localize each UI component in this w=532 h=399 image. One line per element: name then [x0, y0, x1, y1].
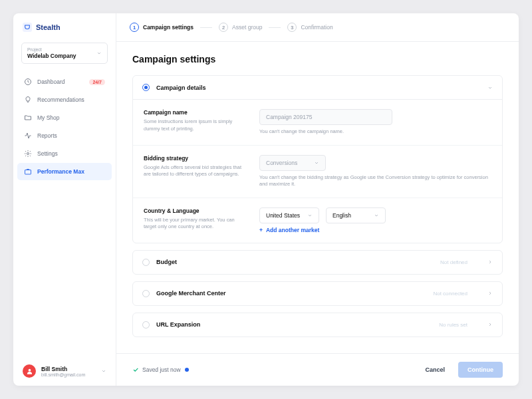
folder-icon	[24, 114, 32, 122]
continue-button[interactable]: Continue	[458, 362, 503, 378]
step-number: 2	[219, 23, 228, 32]
step-1[interactable]: 1 Campaign settings	[130, 23, 194, 32]
nav-label: Dashboard	[37, 78, 65, 85]
user-menu[interactable]: Bill Smith bill.smith@gmail.com	[13, 356, 116, 386]
user-email: bill.smith@gmail.com	[41, 372, 85, 377]
panel-title: Budget	[156, 259, 177, 265]
nav-item-settings[interactable]: Settings	[17, 145, 112, 162]
step-number: 1	[130, 23, 139, 32]
radio-empty-icon	[142, 321, 150, 329]
panel-url-expansion: URL Expansion No rules set	[132, 313, 503, 337]
chevron-down-icon	[101, 368, 106, 374]
field-desc: Google Ads offers several bid strategies…	[144, 164, 243, 178]
saved-status: Saved just now	[132, 366, 190, 373]
svg-point-3	[28, 368, 31, 371]
field-hint: You can't change the bidding strategy as…	[259, 174, 491, 188]
nav-list: Dashboard 24/7 Recommendations My Shop R…	[13, 70, 116, 183]
step-label: Asset group	[232, 24, 262, 31]
brand-logo: Stealth	[13, 13, 116, 39]
add-market-button[interactable]: + Add another market	[259, 227, 491, 233]
field-desc: This will be your primary market. You ca…	[144, 217, 243, 231]
chevron-right-icon	[487, 291, 493, 296]
saved-text: Saved just now	[142, 366, 181, 373]
step-3[interactable]: 3 Confirmation	[287, 23, 332, 32]
select-value: English	[332, 212, 351, 219]
nav-item-performance-max[interactable]: Performance Max	[17, 163, 112, 180]
chevron-right-icon	[487, 259, 493, 265]
nav-label: Performance Max	[37, 168, 84, 175]
nav-label: Recommendations	[37, 96, 84, 103]
nav-item-myshop[interactable]: My Shop	[17, 109, 112, 126]
nav-label: Reports	[37, 132, 57, 139]
panel-budget: Budget Not defined	[132, 250, 503, 275]
chevron-down-icon	[96, 51, 102, 56]
nav-badge: 24/7	[89, 79, 105, 85]
field-hint: You can't change the campaign name.	[259, 128, 491, 136]
nav-item-reports[interactable]: Reports	[17, 127, 112, 144]
bidding-select: Conversions	[259, 155, 326, 171]
stepper: 1 Campaign settings 2 Asset group 3 Conf…	[116, 13, 519, 42]
panel-body: Campaign name Some instructions lorem ip…	[133, 99, 502, 243]
cancel-button[interactable]: Cancel	[418, 362, 452, 377]
panel-google-merchant-center: Google Merchant Center Not connected	[132, 281, 503, 306]
select-value: Conversions	[266, 160, 297, 166]
clock-icon	[24, 78, 32, 86]
panel-header[interactable]: Google Merchant Center Not connected	[133, 282, 502, 305]
project-label: Project	[27, 47, 102, 52]
page-title: Campaign settings	[132, 54, 503, 65]
user-info: Bill Smith bill.smith@gmail.com	[41, 366, 85, 377]
panel-status: Not connected	[433, 291, 467, 297]
select-value: United States	[266, 212, 300, 219]
project-value: Widelab Company	[27, 53, 102, 59]
campaign-name-input: Campaign 209175	[259, 109, 392, 125]
panel-header[interactable]: Campaign details	[133, 76, 502, 99]
chevron-right-icon	[487, 322, 493, 327]
panel-status: Not defined	[440, 259, 467, 265]
avatar	[23, 364, 36, 378]
briefcase-icon	[24, 168, 32, 176]
app-window: Stealth Project Widelab Company Dashboar…	[13, 13, 519, 386]
user-name: Bill Smith	[41, 366, 85, 372]
nav-item-recommendations[interactable]: Recommendations	[17, 91, 112, 108]
step-divider	[200, 27, 212, 28]
add-label: Add another market	[266, 227, 319, 233]
field-desc: Some instructions lorem ipsum is simply …	[144, 118, 243, 132]
step-2[interactable]: 2 Asset group	[219, 23, 262, 32]
radio-empty-icon	[142, 259, 150, 266]
footer: Saved just now Cancel Continue	[116, 353, 519, 386]
chevron-down-icon	[374, 213, 379, 218]
radio-selected-icon	[142, 84, 150, 91]
step-label: Campaign settings	[143, 24, 194, 31]
country-select[interactable]: United States	[259, 207, 319, 223]
lightbulb-icon	[24, 96, 32, 104]
chevron-down-icon	[307, 213, 313, 218]
plus-icon: +	[259, 227, 263, 233]
radio-empty-icon	[142, 290, 150, 297]
panel-title: Google Merchant Center	[156, 290, 226, 297]
language-select[interactable]: English	[326, 207, 386, 223]
nav-item-dashboard[interactable]: Dashboard 24/7	[17, 73, 112, 90]
brand-text: Stealth	[36, 23, 61, 31]
panel-header[interactable]: URL Expansion No rules set	[133, 313, 502, 336]
check-icon	[132, 366, 139, 373]
field-title: Bidding strategy	[144, 155, 243, 162]
brand-icon	[23, 23, 32, 32]
panel-title: URL Expansion	[156, 321, 200, 328]
field-campaign-name: Campaign name Some instructions lorem ip…	[133, 100, 502, 146]
chevron-down-icon	[314, 160, 319, 166]
step-label: Confirmation	[301, 24, 332, 31]
field-country-language: Country & Language This will be your pri…	[133, 198, 502, 243]
main: 1 Campaign settings 2 Asset group 3 Conf…	[116, 13, 519, 386]
activity-icon	[24, 132, 32, 140]
svg-rect-2	[25, 170, 31, 175]
panel-header[interactable]: Budget Not defined	[133, 251, 502, 274]
field-bidding-strategy: Bidding strategy Google Ads offers sever…	[133, 146, 502, 198]
nav-label: Settings	[37, 150, 58, 157]
svg-point-1	[27, 153, 29, 155]
step-divider	[269, 27, 281, 28]
nav-label: My Shop	[37, 114, 60, 121]
info-icon[interactable]	[184, 367, 190, 372]
field-title: Country & Language	[144, 207, 243, 214]
project-selector[interactable]: Project Widelab Company	[21, 43, 108, 64]
panel-title: Campaign details	[156, 84, 206, 91]
